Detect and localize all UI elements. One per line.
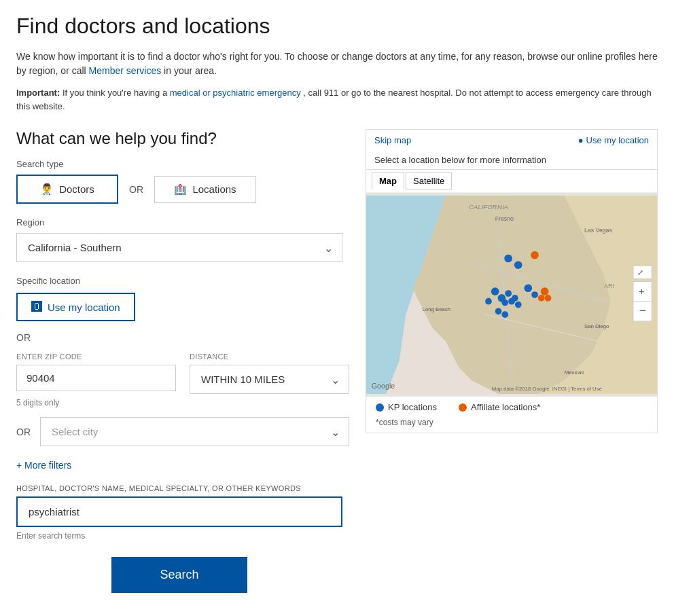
- map-tab-row: Map Satellite: [366, 170, 657, 193]
- svg-text:Mexicali: Mexicali: [565, 369, 584, 376]
- search-panel: What can we help you find? Search type 👨…: [16, 129, 349, 593]
- kp-legend-label: KP locations: [388, 402, 437, 412]
- svg-point-27: [538, 295, 545, 302]
- region-select[interactable]: California - Southern California - North…: [16, 233, 342, 262]
- map-subtitle: Select a location below for more informa…: [366, 151, 657, 170]
- more-filters-link[interactable]: + More filters: [16, 460, 71, 471]
- map-tab-map[interactable]: Map: [372, 173, 404, 189]
- affiliate-dot: [459, 403, 467, 412]
- svg-text:⤢: ⤢: [637, 268, 643, 276]
- zip-input[interactable]: [16, 365, 176, 391]
- search-heading: What can we help you find?: [16, 129, 349, 148]
- svg-point-22: [531, 291, 538, 298]
- keyword-input[interactable]: [16, 496, 342, 527]
- svg-point-26: [541, 287, 549, 295]
- distance-label: DISTANCE: [190, 352, 349, 361]
- distance-select-wrapper: WITHIN 5 MILES WITHIN 10 MILES WITHIN 20…: [190, 365, 349, 394]
- map-panel: Skip map ● Use my location Select a loca…: [366, 129, 658, 433]
- use-location-button[interactable]: 🅾 Use my location: [16, 293, 135, 321]
- main-layout: What can we help you find? Search type 👨…: [16, 129, 658, 593]
- distance-field: DISTANCE WITHIN 5 MILES WITHIN 10 MILES …: [190, 352, 349, 394]
- intro-paragraph: We know how important it is to find a do…: [16, 50, 658, 78]
- svg-point-25: [531, 251, 539, 259]
- search-type-label: Search type: [16, 159, 349, 169]
- map-svg: Fresno Las Vegas Long Beach Mexicali San…: [366, 193, 657, 397]
- legend-note: *costs may vary: [366, 418, 657, 433]
- svg-text:−: −: [639, 304, 646, 317]
- svg-point-16: [501, 300, 508, 306]
- svg-text:San Diego: San Diego: [584, 323, 609, 329]
- svg-point-20: [485, 298, 492, 305]
- svg-text:CALIFORNIA: CALIFORNIA: [469, 203, 508, 211]
- svg-point-13: [491, 287, 499, 295]
- svg-text:Las Vegas: Las Vegas: [584, 227, 612, 234]
- skip-map-link[interactable]: Skip map: [374, 135, 411, 145]
- distance-select[interactable]: WITHIN 5 MILES WITHIN 10 MILES WITHIN 20…: [190, 365, 349, 394]
- svg-text:Google: Google: [372, 382, 395, 390]
- zip-field: ENTER ZIP CODE: [16, 352, 176, 394]
- location-pin-icon: 🅾: [31, 301, 42, 313]
- affiliate-legend-item: Affiliate locations*: [459, 402, 540, 412]
- kp-legend-item: KP locations: [376, 402, 437, 412]
- map-header: Skip map ● Use my location: [366, 130, 657, 151]
- svg-point-21: [524, 284, 532, 292]
- zip-hint: 5 digits only: [16, 398, 349, 407]
- svg-point-23: [495, 308, 502, 314]
- keyword-label: HOSPITAL, DOCTOR'S NAME, MEDICAL SPECIAL…: [16, 484, 349, 492]
- svg-text:Long Beach: Long Beach: [423, 306, 450, 312]
- svg-point-24: [501, 311, 508, 318]
- zip-label: ENTER ZIP CODE: [16, 352, 176, 361]
- doctors-button[interactable]: 👨‍⚕️ Doctors: [16, 175, 118, 204]
- search-hint: Enter search terms: [16, 531, 349, 541]
- use-my-location-map-link[interactable]: ● Use my location: [578, 135, 649, 145]
- svg-point-12: [514, 261, 522, 269]
- svg-point-15: [505, 290, 512, 297]
- svg-text:+: +: [639, 285, 645, 297]
- svg-point-18: [512, 295, 518, 302]
- map-container-panel: Skip map ● Use my location Select a loca…: [366, 129, 658, 433]
- svg-text:Map data ©2018 Google, INEGI  : Map data ©2018 Google, INEGI | Terms of …: [492, 386, 602, 392]
- zip-distance-row: ENTER ZIP CODE DISTANCE WITHIN 5 MILES W…: [16, 352, 349, 394]
- city-select-wrapper: Select city ⌄: [40, 417, 349, 446]
- svg-point-28: [545, 295, 552, 302]
- region-label: Region: [16, 217, 349, 228]
- svg-point-19: [515, 302, 522, 308]
- search-button[interactable]: Search: [111, 557, 247, 593]
- or-city-separator: OR: [16, 427, 31, 437]
- doctor-icon: 👨‍⚕️: [40, 183, 54, 196]
- important-notice: Important: If you think you're having a …: [16, 86, 658, 113]
- map-legend: KP locations Affiliate locations*: [366, 397, 657, 418]
- city-select[interactable]: Select city: [40, 417, 349, 446]
- kp-dot: [376, 403, 384, 412]
- member-services-link[interactable]: Member services: [89, 65, 162, 76]
- specific-location-label: Specific location: [16, 276, 349, 286]
- svg-point-11: [504, 255, 512, 263]
- map-tab-satellite[interactable]: Satellite: [406, 173, 452, 189]
- locations-button[interactable]: 🏥 Locations: [154, 176, 256, 203]
- or-divider: OR: [16, 332, 349, 343]
- page-title: Find doctors and locations: [16, 14, 658, 39]
- search-type-row: 👨‍⚕️ Doctors OR 🏥 Locations: [16, 175, 349, 204]
- emergency-link[interactable]: medical or psychiatric emergency: [170, 88, 301, 98]
- svg-text:ARI: ARI: [604, 283, 614, 289]
- affiliate-legend-label: Affiliate locations*: [471, 402, 540, 412]
- or-separator: OR: [129, 184, 143, 195]
- or-city-row: OR Select city ⌄: [16, 417, 349, 446]
- svg-text:Fresno: Fresno: [495, 215, 514, 222]
- region-select-wrapper: California - Southern California - North…: [16, 233, 342, 262]
- location-building-icon: 🏥: [174, 183, 187, 196]
- location-icon-map: ●: [578, 135, 584, 145]
- map-display: Fresno Las Vegas Long Beach Mexicali San…: [366, 193, 657, 397]
